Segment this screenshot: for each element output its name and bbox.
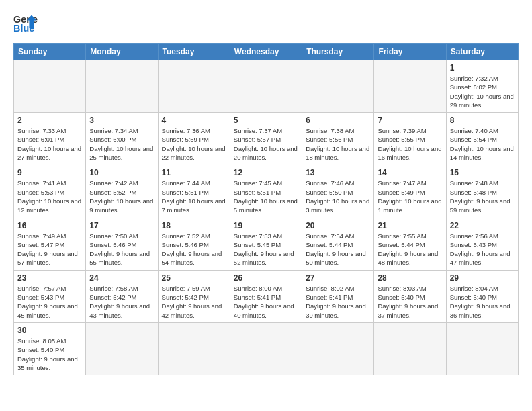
day-sun-info: Sunrise: 7:57 AM Sunset: 5:43 PM Dayligh… xyxy=(17,284,82,320)
calendar-cell: 3Sunrise: 7:34 AM Sunset: 6:00 PM Daylig… xyxy=(86,113,158,165)
date-number: 25 xyxy=(162,273,226,283)
calendar-cell xyxy=(374,60,446,113)
calendar-cell: 2Sunrise: 7:33 AM Sunset: 6:01 PM Daylig… xyxy=(14,113,86,165)
date-number: 21 xyxy=(378,221,442,230)
date-number: 4 xyxy=(162,116,226,125)
calendar-cell: 20Sunrise: 7:54 AM Sunset: 5:44 PM Dayli… xyxy=(302,218,374,270)
date-number: 17 xyxy=(89,221,154,230)
date-number: 11 xyxy=(162,168,226,177)
date-number: 2 xyxy=(17,116,82,125)
date-number: 13 xyxy=(306,168,370,177)
day-sun-info: Sunrise: 7:32 AM Sunset: 6:02 PM Dayligh… xyxy=(450,74,515,109)
header: General Blue xyxy=(13,12,519,36)
day-sun-info: Sunrise: 7:37 AM Sunset: 5:57 PM Dayligh… xyxy=(234,126,298,162)
day-sun-info: Sunrise: 8:02 AM Sunset: 5:41 PM Dayligh… xyxy=(306,284,370,320)
date-number: 28 xyxy=(378,273,442,283)
calendar-cell: 21Sunrise: 7:55 AM Sunset: 5:44 PM Dayli… xyxy=(374,218,446,270)
date-number: 1 xyxy=(450,63,515,73)
calendar-cell xyxy=(14,60,86,113)
day-sun-info: Sunrise: 7:56 AM Sunset: 5:43 PM Dayligh… xyxy=(450,232,515,267)
day-sun-info: Sunrise: 8:04 AM Sunset: 5:40 PM Dayligh… xyxy=(450,284,515,320)
calendar-cell xyxy=(86,60,158,113)
date-number: 23 xyxy=(17,273,82,283)
calendar-cell: 8Sunrise: 7:40 AM Sunset: 5:54 PM Daylig… xyxy=(446,113,518,165)
day-header-friday: Friday xyxy=(374,44,446,60)
day-header-wednesday: Wednesday xyxy=(230,44,302,60)
day-sun-info: Sunrise: 7:39 AM Sunset: 5:55 PM Dayligh… xyxy=(378,126,442,162)
day-sun-info: Sunrise: 7:48 AM Sunset: 5:48 PM Dayligh… xyxy=(450,179,515,214)
day-sun-info: Sunrise: 7:46 AM Sunset: 5:50 PM Dayligh… xyxy=(306,179,370,214)
calendar-cell: 19Sunrise: 7:53 AM Sunset: 5:45 PM Dayli… xyxy=(230,218,302,270)
page: General Blue SundayMondayTuesdayWednesda… xyxy=(0,0,532,411)
day-sun-info: Sunrise: 7:42 AM Sunset: 5:52 PM Dayligh… xyxy=(89,179,154,214)
day-sun-info: Sunrise: 7:52 AM Sunset: 5:46 PM Dayligh… xyxy=(162,232,226,267)
date-number: 14 xyxy=(378,168,442,177)
calendar-cell: 27Sunrise: 8:02 AM Sunset: 5:41 PM Dayli… xyxy=(302,270,374,322)
calendar-cell: 7Sunrise: 7:39 AM Sunset: 5:55 PM Daylig… xyxy=(374,113,446,165)
day-sun-info: Sunrise: 7:55 AM Sunset: 5:44 PM Dayligh… xyxy=(378,232,442,267)
calendar-week-row: 2Sunrise: 7:33 AM Sunset: 6:01 PM Daylig… xyxy=(14,113,519,165)
calendar-cell: 18Sunrise: 7:52 AM Sunset: 5:46 PM Dayli… xyxy=(158,218,230,270)
day-sun-info: Sunrise: 7:54 AM Sunset: 5:44 PM Dayligh… xyxy=(306,232,370,267)
calendar-cell xyxy=(302,322,374,375)
date-number: 10 xyxy=(89,168,154,177)
date-number: 29 xyxy=(450,273,515,283)
calendar-cell: 30Sunrise: 8:05 AM Sunset: 5:40 PM Dayli… xyxy=(14,322,86,375)
day-sun-info: Sunrise: 7:44 AM Sunset: 5:51 PM Dayligh… xyxy=(162,179,226,214)
calendar-cell xyxy=(158,60,230,113)
calendar-cell: 1Sunrise: 7:32 AM Sunset: 6:02 PM Daylig… xyxy=(446,60,518,113)
date-number: 6 xyxy=(306,116,370,125)
calendar-week-row: 16Sunrise: 7:49 AM Sunset: 5:47 PM Dayli… xyxy=(14,218,519,270)
date-number: 7 xyxy=(378,116,442,125)
day-sun-info: Sunrise: 7:36 AM Sunset: 5:59 PM Dayligh… xyxy=(162,126,226,162)
day-sun-info: Sunrise: 7:38 AM Sunset: 5:56 PM Dayligh… xyxy=(306,126,370,162)
calendar-table: SundayMondayTuesdayWednesdayThursdayFrid… xyxy=(13,43,519,375)
date-number: 12 xyxy=(234,168,298,177)
calendar-cell: 9Sunrise: 7:41 AM Sunset: 5:53 PM Daylig… xyxy=(14,165,86,218)
date-number: 15 xyxy=(450,168,515,177)
calendar-cell: 13Sunrise: 7:46 AM Sunset: 5:50 PM Dayli… xyxy=(302,165,374,218)
day-header-tuesday: Tuesday xyxy=(158,44,230,60)
day-sun-info: Sunrise: 7:47 AM Sunset: 5:49 PM Dayligh… xyxy=(378,179,442,214)
calendar-week-row: 23Sunrise: 7:57 AM Sunset: 5:43 PM Dayli… xyxy=(14,270,519,322)
calendar-cell: 6Sunrise: 7:38 AM Sunset: 5:56 PM Daylig… xyxy=(302,113,374,165)
calendar-cell: 11Sunrise: 7:44 AM Sunset: 5:51 PM Dayli… xyxy=(158,165,230,218)
calendar-cell xyxy=(230,322,302,375)
date-number: 22 xyxy=(450,221,515,230)
calendar-cell: 4Sunrise: 7:36 AM Sunset: 5:59 PM Daylig… xyxy=(158,113,230,165)
day-sun-info: Sunrise: 7:59 AM Sunset: 5:42 PM Dayligh… xyxy=(162,284,226,320)
day-sun-info: Sunrise: 7:50 AM Sunset: 5:46 PM Dayligh… xyxy=(89,232,154,267)
calendar-cell xyxy=(158,322,230,375)
date-number: 27 xyxy=(306,273,370,283)
day-sun-info: Sunrise: 7:40 AM Sunset: 5:54 PM Dayligh… xyxy=(450,126,515,162)
calendar-cell: 22Sunrise: 7:56 AM Sunset: 5:43 PM Dayli… xyxy=(446,218,518,270)
day-header-saturday: Saturday xyxy=(446,44,518,60)
calendar-cell xyxy=(302,60,374,113)
date-number: 3 xyxy=(89,116,154,125)
calendar-cell xyxy=(230,60,302,113)
date-number: 18 xyxy=(162,221,226,230)
calendar-cell: 23Sunrise: 7:57 AM Sunset: 5:43 PM Dayli… xyxy=(14,270,86,322)
date-number: 24 xyxy=(89,273,154,283)
calendar-cell: 5Sunrise: 7:37 AM Sunset: 5:57 PM Daylig… xyxy=(230,113,302,165)
calendar-week-row: 9Sunrise: 7:41 AM Sunset: 5:53 PM Daylig… xyxy=(14,165,519,218)
day-header-monday: Monday xyxy=(86,44,158,60)
day-sun-info: Sunrise: 8:00 AM Sunset: 5:41 PM Dayligh… xyxy=(234,284,298,320)
date-number: 8 xyxy=(450,116,515,125)
date-number: 30 xyxy=(17,326,82,335)
day-sun-info: Sunrise: 8:03 AM Sunset: 5:40 PM Dayligh… xyxy=(378,284,442,320)
calendar-cell: 24Sunrise: 7:58 AM Sunset: 5:42 PM Dayli… xyxy=(86,270,158,322)
day-sun-info: Sunrise: 7:33 AM Sunset: 6:01 PM Dayligh… xyxy=(17,126,82,162)
logo-icon: General Blue xyxy=(13,12,38,36)
calendar-cell: 17Sunrise: 7:50 AM Sunset: 5:46 PM Dayli… xyxy=(86,218,158,270)
date-number: 20 xyxy=(306,221,370,230)
calendar-header-row: SundayMondayTuesdayWednesdayThursdayFrid… xyxy=(14,44,519,60)
day-sun-info: Sunrise: 7:49 AM Sunset: 5:47 PM Dayligh… xyxy=(17,232,82,267)
calendar-cell: 25Sunrise: 7:59 AM Sunset: 5:42 PM Dayli… xyxy=(158,270,230,322)
day-header-sunday: Sunday xyxy=(14,44,86,60)
calendar-cell: 14Sunrise: 7:47 AM Sunset: 5:49 PM Dayli… xyxy=(374,165,446,218)
date-number: 26 xyxy=(234,273,298,283)
day-sun-info: Sunrise: 7:58 AM Sunset: 5:42 PM Dayligh… xyxy=(89,284,154,320)
calendar-cell: 26Sunrise: 8:00 AM Sunset: 5:41 PM Dayli… xyxy=(230,270,302,322)
calendar-week-row: 30Sunrise: 8:05 AM Sunset: 5:40 PM Dayli… xyxy=(14,322,519,375)
